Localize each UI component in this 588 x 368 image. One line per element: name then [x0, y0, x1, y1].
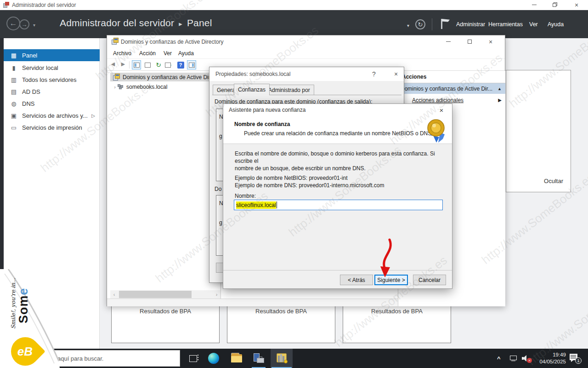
close-icon: × — [440, 106, 444, 114]
local-server-icon: ▮ — [10, 64, 17, 71]
next-button[interactable]: Siguiente > — [374, 275, 408, 285]
sidebar-item-panel[interactable]: ▦ Panel — [4, 49, 100, 61]
properties-titlebar[interactable]: Propiedades: somebooks.local ? × — [209, 67, 404, 81]
history-caret-icon[interactable]: ▾ — [33, 23, 35, 28]
sidebar-item-servicios-impresion[interactable]: ▭ Servicios de impresión — [4, 121, 100, 133]
tray-show-hidden-button[interactable]: ^ — [497, 349, 501, 368]
refresh-button[interactable]: ↻ — [415, 19, 425, 29]
properties-close-button[interactable]: × — [388, 67, 404, 81]
mmc-menu-ayuda[interactable]: Ayuda — [178, 50, 194, 57]
file-explorer-button[interactable] — [226, 349, 247, 368]
tree-item-somebooks-local[interactable]: › somebooks.local — [110, 82, 220, 91]
back-nav-button[interactable]: ← — [6, 17, 20, 30]
cancel-button[interactable]: Cancelar — [413, 275, 446, 285]
scroll-right-icon[interactable]: › — [213, 290, 220, 299]
mmc-back-button[interactable]: ◄ — [110, 60, 116, 68]
hide-button[interactable]: Ocultar — [544, 178, 563, 184]
sidebar-item-servicios-archivos[interactable]: ▣ Servicios de archivos y... ▷ — [4, 109, 100, 121]
show-action-pane-button[interactable] — [187, 60, 196, 69]
server-manager-taskbar-button[interactable] — [249, 349, 269, 368]
trust-name-input[interactable]: sliceoflinux.local — [234, 200, 443, 210]
manageability-flag-icon[interactable] — [440, 18, 450, 30]
refresh-icon: ↻ — [418, 21, 423, 28]
menu-administrar[interactable]: Administrar — [456, 21, 485, 28]
mmc-close-button[interactable]: × — [483, 37, 498, 46]
ad-domains-trusts-icon — [276, 353, 288, 363]
all-servers-icon: ▥ — [10, 76, 17, 83]
taskbar-search-box[interactable]: Escribe aquí para buscar. — [22, 350, 180, 367]
welcome-tile-panel: Ocultar — [506, 70, 571, 192]
menu-ayuda[interactable]: Ayuda — [548, 21, 564, 28]
restore-button[interactable] — [547, 0, 562, 10]
breadcrumb-current: Panel — [187, 17, 212, 28]
tree-horizontal-scrollbar[interactable]: ‹ › — [110, 290, 220, 299]
tree-item-label: Dominios y confianzas de Active Dire — [123, 74, 213, 80]
notifications-caret-icon[interactable]: ▾ — [407, 23, 409, 28]
footer-divider — [223, 270, 452, 270]
properties-button[interactable] — [143, 60, 152, 69]
scroll-left-icon[interactable]: ‹ — [110, 290, 118, 299]
tab-administrado-por[interactable]: Administrado por — [264, 85, 314, 95]
wizard-instructions: Escriba el nombre de dominio, bosque o d… — [235, 150, 452, 172]
refresh-list-button[interactable]: ↻ — [154, 60, 163, 69]
menu-herramientas[interactable]: Herramientas — [488, 21, 523, 28]
mmc-maximize-button[interactable] — [462, 37, 477, 46]
menu-ver[interactable]: Ver — [529, 21, 538, 28]
tab-confianzas[interactable]: Confianzas — [234, 84, 270, 95]
mmc-menu-ver[interactable]: Ver — [164, 50, 172, 57]
mmc-menu-accion[interactable]: Acción — [139, 50, 156, 57]
tray-volume-button[interactable]: × — [522, 349, 531, 368]
navbar-divider — [432, 18, 432, 30]
refresh-green-icon: ↻ — [156, 61, 161, 69]
taskbar-clock[interactable]: 19:49 04/05/2025 — [536, 351, 566, 365]
close-button[interactable]: × — [569, 0, 584, 10]
wizard-subheading: Puede crear una relación de confianza me… — [244, 130, 433, 137]
print-services-icon: ▭ — [10, 124, 17, 131]
properties-icon — [145, 63, 151, 68]
trust-medal-icon — [422, 117, 448, 144]
tray-network-button[interactable] — [510, 349, 517, 368]
show-console-tree-button[interactable] — [132, 60, 141, 69]
mmc-window-title: Dominios y confianzas de Active Director… — [121, 39, 223, 45]
sidebar-item-dns[interactable]: ◍ DNS — [4, 98, 100, 109]
mmc-forward-button[interactable]: ► — [120, 60, 126, 68]
action-center-button[interactable]: 1 — [570, 349, 580, 368]
properties-help-button[interactable]: ? — [366, 67, 382, 81]
task-view-button[interactable] — [183, 349, 203, 368]
scrollbar-thumb[interactable] — [119, 291, 192, 298]
mmc-minimize-button[interactable] — [441, 37, 456, 46]
tree-item-label: somebooks.local — [126, 84, 167, 90]
server-manager-icon — [253, 353, 265, 363]
wizard-heading: Nombre de confianza — [234, 121, 290, 127]
console-tree-icon — [134, 63, 140, 68]
minimize-button[interactable] — [526, 0, 542, 10]
actions-group-domains-trusts[interactable]: Dominios y confianzas de Active Dir... ▲ — [398, 83, 505, 94]
flyout-arrow-icon: ▷ — [91, 113, 95, 118]
server-manager-app-icon — [3, 2, 10, 8]
sidebar-item-label: Servicios de impresión — [22, 124, 82, 131]
tile-title: Resultados de BPA — [112, 308, 219, 315]
ad-domains-trusts-taskbar-button[interactable] — [271, 349, 293, 368]
sidebar-item-todos-los-servidores[interactable]: ▥ Todos los servidores — [4, 74, 100, 86]
mmc-titlebar[interactable]: Dominios y confianzas de Active Director… — [107, 35, 505, 48]
tree-expand-icon[interactable]: › — [112, 84, 118, 90]
clock-date: 04/05/2025 — [536, 358, 566, 365]
forward-icon: → — [22, 21, 28, 28]
sidebar-item-servidor-local[interactable]: ▮ Servidor local — [4, 62, 100, 74]
dns-icon: ◍ — [10, 100, 17, 107]
notification-icon: 1 — [570, 354, 580, 363]
wizard-titlebar[interactable]: Asistente para nueva confianza × — [223, 104, 452, 116]
ad-domains-trusts-icon — [112, 38, 119, 45]
sidebar-item-ad-ds[interactable]: ▤ AD DS — [4, 86, 100, 98]
collapse-icon[interactable]: ▲ — [498, 86, 502, 91]
forward-nav-button[interactable]: → — [19, 19, 29, 29]
tree-item-domains-trusts-root[interactable]: Dominios y confianzas de Active Dire — [110, 73, 220, 81]
export-list-button[interactable]: ► — [164, 60, 173, 69]
mmc-menu-archivo[interactable]: Archivo — [113, 50, 131, 57]
left-edge-strip — [0, 38, 4, 349]
back-button[interactable]: < Atrás — [340, 275, 373, 285]
breadcrumb-root[interactable]: Administrador del servidor — [60, 17, 174, 28]
edge-button[interactable] — [204, 349, 224, 368]
help-button[interactable]: ? — [176, 60, 185, 69]
wizard-close-button[interactable]: × — [434, 104, 449, 116]
